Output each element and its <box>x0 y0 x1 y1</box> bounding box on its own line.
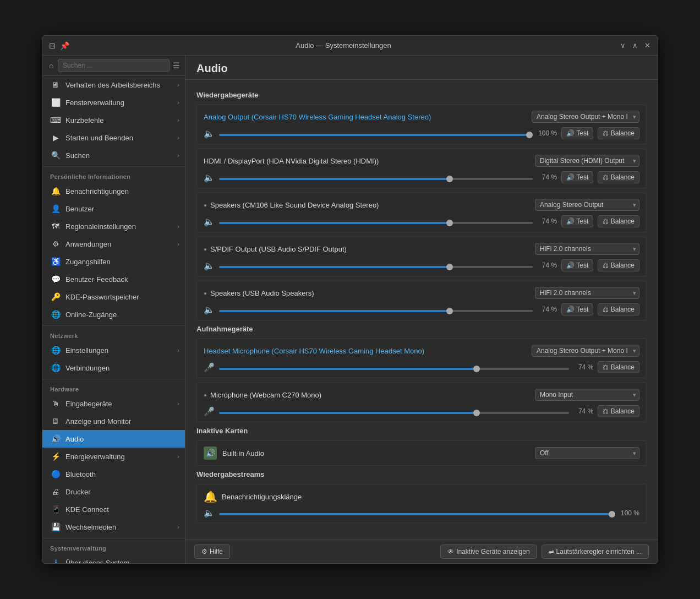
inactive-card-builtin: 🔊 Built-in Audio Off <box>196 440 647 466</box>
volume-slider-cm106[interactable] <box>219 222 533 224</box>
dropdown-wrapper: Analog Stereo Output + Mono I <box>532 111 639 123</box>
volume-percent: 74 % <box>573 407 593 415</box>
balance-button-cm106[interactable]: ⚖ Balance <box>598 215 639 227</box>
device-card-spdif: ● S/PDIF Output (USB Audio S/PDIF Output… <box>196 237 647 276</box>
minimize-button[interactable]: ∨ <box>618 41 628 51</box>
titlebar-left-controls: ⊟ 📌 <box>48 41 69 50</box>
volume-slider-hdmi[interactable] <box>219 178 533 180</box>
volume-icon[interactable]: 🔈 <box>204 304 215 315</box>
content-title: Audio <box>185 56 658 80</box>
sidebar-item-wechselmedien[interactable]: 💾 Wechselmedien › <box>42 518 185 536</box>
sidebar-item-starten[interactable]: ▶ Starten und Beenden › <box>42 129 185 146</box>
section-recording-title: Aufnahmegeräte <box>196 325 647 333</box>
sidebar-item-anwendungen[interactable]: ⚙ Anwendungen › <box>42 235 185 253</box>
volume-icon[interactable]: 🔈 <box>204 216 215 227</box>
sidebar-item-kde-connect[interactable]: 📱 KDE Connect <box>42 500 185 518</box>
headset-mic-dropdown[interactable]: Analog Stereo Output + Mono I <box>532 345 639 357</box>
volume-slider-speakers-usb[interactable] <box>219 310 533 312</box>
device-header: Headset Microphone (Corsair HS70 Wireles… <box>204 345 639 357</box>
sidebar-item-benachrichtigungen[interactable]: 🔔 Benachrichtigungen <box>42 182 185 200</box>
help-button[interactable]: ⚙ Hilfe <box>194 544 230 559</box>
volume-slider-analog-output[interactable] <box>219 134 533 136</box>
sidebar-item-ueber[interactable]: ℹ Über dieses System <box>42 554 185 563</box>
volume-control-button[interactable]: ⇌ Lautstärkeregler einrichten ... <box>542 544 649 559</box>
chevron-icon: › <box>177 117 179 123</box>
sidebar-item-fensterverwaltung[interactable]: ⬜ Fensterverwaltung › <box>42 94 185 111</box>
balance-button-headset-mic[interactable]: ⚖ Balance <box>598 361 639 373</box>
volume-icon[interactable]: 🔈 <box>204 260 215 271</box>
volume-slider-webcam-mic[interactable] <box>219 412 569 414</box>
mic-icon[interactable]: 🎤 <box>204 362 215 373</box>
sidebar-item-label: Anzeige und Monitor <box>65 417 179 426</box>
verhalten-icon: 🖥 <box>50 79 61 90</box>
pin-icon-button[interactable]: 📌 <box>60 41 69 50</box>
device-name: Speakers (CM106 Like Sound Device Analog… <box>210 201 535 209</box>
test-button-cm106[interactable]: 🔊 Test <box>561 215 593 227</box>
device-controls: 🔈 74 % 🔊 Test ⚖ Balance <box>204 303 639 315</box>
volume-icon[interactable]: 🔈 <box>204 172 215 183</box>
test-button-spdif[interactable]: 🔊 Test <box>561 259 593 271</box>
sidebar-item-regionaleinstellungen[interactable]: 🗺 Regionaleinstellungen › <box>42 217 185 235</box>
sidebar-item-verhalten[interactable]: 🖥 Verhalten des Arbeitsbereichs › <box>42 76 185 94</box>
netzwerk-icon: 🌐 <box>50 345 61 356</box>
volume-icon[interactable]: 🔈 <box>204 128 215 139</box>
speakers-cm106-dropdown[interactable]: Analog Stereo Output <box>535 199 639 211</box>
sidebar-menu-icon[interactable]: ☰ <box>172 61 181 70</box>
webcam-mic-dropdown[interactable]: Mono Input <box>535 389 639 401</box>
test-button-hdmi[interactable]: 🔊 Test <box>561 171 593 183</box>
device-name: Speakers (USB Audio Speakers) <box>210 289 535 297</box>
inactive-devices-label: Inaktive Geräte anzeigen <box>456 548 529 556</box>
analog-output-dropdown[interactable]: Analog Stereo Output + Mono I <box>532 111 639 123</box>
sidebar-item-eingabegeraete[interactable]: 🖱 Eingabegeräte › <box>42 395 185 412</box>
close-button[interactable]: ✕ <box>642 41 652 51</box>
test-button-analog-output[interactable]: 🔊 Test <box>561 127 593 139</box>
sidebar: ⌂ ☰ 🖥 Verhalten des Arbeitsbereichs › ⬜ … <box>42 56 185 563</box>
balance-button-speakers-usb[interactable]: ⚖ Balance <box>598 303 639 315</box>
volume-percent: 74 % <box>537 217 557 225</box>
footer-right: 👁 Inaktive Geräte anzeigen ⇌ Lautstärker… <box>440 544 649 559</box>
mic-icon[interactable]: 🎤 <box>204 406 215 417</box>
sidebar-item-audio[interactable]: 🔊 Audio <box>42 430 185 448</box>
balance-button-webcam-mic[interactable]: ⚖ Balance <box>598 405 639 417</box>
sidebar-item-feedback[interactable]: 💬 Benutzer-Feedback <box>42 270 185 288</box>
spdif-dropdown[interactable]: HiFi 2.0 channels <box>535 243 639 255</box>
main-content: ⌂ ☰ 🖥 Verhalten des Arbeitsbereichs › ⬜ … <box>42 56 658 563</box>
balance-button-spdif[interactable]: ⚖ Balance <box>598 259 639 271</box>
device-name: Analog Output (Corsair HS70 Wireless Gam… <box>204 113 532 121</box>
sidebar-item-online[interactable]: 🌐 Online-Zugänge <box>42 306 185 323</box>
sidebar-item-bluetooth[interactable]: 🔵 Bluetooth <box>42 465 185 483</box>
sidebar-item-drucker[interactable]: 🖨 Drucker <box>42 483 185 500</box>
anzeige-icon: 🖥 <box>50 416 61 427</box>
content-area: Audio Wiedergabegeräte Analog Output (Co… <box>185 56 658 563</box>
chevron-icon: › <box>177 347 179 353</box>
sidebar-item-label: Benutzer <box>65 205 179 213</box>
volume-slider-headset-mic[interactable] <box>219 368 569 370</box>
sidebar-item-verbindungen[interactable]: 🌐 Verbindungen <box>42 359 185 377</box>
speakers-usb-dropdown[interactable]: HiFi 2.0 channels <box>535 287 639 299</box>
sidebar-item-energie[interactable]: ⚡ Energieverwaltung › <box>42 448 185 465</box>
search-input[interactable] <box>58 59 169 72</box>
sidebar-item-kurzbefehle[interactable]: ⌨ Kurzbefehle › <box>42 111 185 129</box>
volume-slider-spdif[interactable] <box>219 266 533 268</box>
device-name: HDMI / DisplayPort (HDA NVidia Digital S… <box>204 157 535 165</box>
sidebar-home-icon[interactable]: ⌂ <box>47 61 56 70</box>
device-header: Analog Output (Corsair HS70 Wireless Gam… <box>204 111 639 123</box>
balance-button-hdmi[interactable]: ⚖ Balance <box>598 171 639 183</box>
volume-slider-notification[interactable] <box>219 513 615 515</box>
inactive-devices-button[interactable]: 👁 Inaktive Geräte anzeigen <box>440 544 537 559</box>
test-button-speakers-usb[interactable]: 🔊 Test <box>561 303 593 315</box>
sidebar-item-benutzer[interactable]: 👤 Benutzer <box>42 200 185 217</box>
maximize-button[interactable]: ∧ <box>630 41 640 51</box>
builtin-audio-dropdown[interactable]: Off <box>535 447 639 459</box>
volume-icon[interactable]: 🔈 <box>204 508 215 518</box>
sidebar-item-netzwerk-einstellungen[interactable]: 🌐 Einstellungen › <box>42 341 185 359</box>
dropdown-wrapper: HiFi 2.0 channels <box>535 287 639 299</box>
sidebar-item-passwort[interactable]: 🔑 KDE-Passwortspeicher <box>42 288 185 306</box>
balance-button-analog-output[interactable]: ⚖ Balance <box>598 127 639 139</box>
dropdown-wrapper: Analog Stereo Output <box>535 199 639 211</box>
hdmi-dropdown[interactable]: Digital Stereo (HDMI) Output <box>535 155 639 167</box>
sidebar-item-zugangshilfen[interactable]: ♿ Zugangshilfen <box>42 253 185 270</box>
menu-icon-button[interactable]: ⊟ <box>48 41 57 50</box>
sidebar-item-anzeige[interactable]: 🖥 Anzeige und Monitor <box>42 412 185 430</box>
sidebar-item-suchen[interactable]: 🔍 Suchen › <box>42 146 185 164</box>
